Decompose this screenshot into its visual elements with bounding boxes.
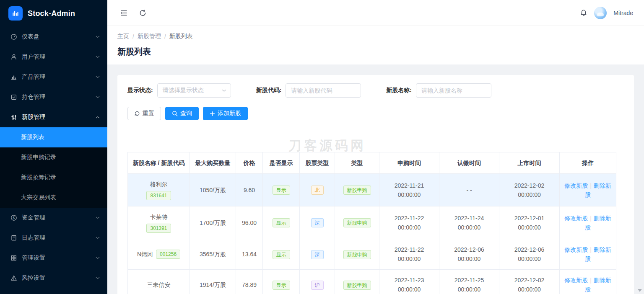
table-row[interactable]: 格利尔831641 1050/万股 9.60 显示 北 新股申购 2022-11… xyxy=(128,174,616,206)
link-divider: | xyxy=(590,246,592,253)
chevron-up-icon xyxy=(96,116,100,119)
plus-icon xyxy=(210,111,215,116)
search-button[interactable]: 查询 xyxy=(165,107,199,120)
content-card: 显示状态: 请选择显示状态 新股代码: 新股名称: xyxy=(117,75,634,294)
sidebar-subitem-block-trade-list[interactable]: 大宗交易列表 xyxy=(0,188,107,208)
grid-icon xyxy=(10,255,18,261)
edit-stock-link[interactable]: 修改新股 xyxy=(564,277,588,284)
submenu-item-label: 新股申购记录 xyxy=(21,154,56,161)
new-stock-submenu: 新股列表 新股申购记录 新股抢筹记录 大宗交易列表 xyxy=(0,127,107,208)
document-icon xyxy=(10,235,18,241)
stock-code-badge: 831641 xyxy=(146,191,171,200)
username[interactable]: Mitrade xyxy=(613,10,633,16)
stock-name-label: 新股名称: xyxy=(386,87,412,94)
stock-name: 格利尔 xyxy=(150,180,168,189)
refresh-icon[interactable] xyxy=(139,9,147,17)
market-badge: 沪 xyxy=(311,281,324,290)
sidebar-item-funds[interactable]: $ 资金管理 xyxy=(0,208,107,228)
user-avatar[interactable] xyxy=(594,7,607,19)
page-title: 新股列表 xyxy=(117,46,634,57)
status-select-placeholder: 请选择显示状态 xyxy=(163,87,204,94)
content-area: 显示状态: 请选择显示状态 新股代码: 新股名称: xyxy=(107,64,644,294)
stock-name: 三未信安 xyxy=(147,280,171,289)
search-button-label: 查询 xyxy=(180,110,192,117)
link-divider: | xyxy=(590,277,592,284)
breadcrumb-section[interactable]: 新股管理 xyxy=(138,33,161,40)
stock-name-input[interactable] xyxy=(416,83,491,98)
stock-code-badge: 001256 xyxy=(156,250,180,259)
sidebar-item-risk-settings[interactable]: 风控设置 xyxy=(0,268,107,288)
delete-stock-link[interactable]: 删除新股 xyxy=(585,246,611,262)
col-header-list-time: 上市时间 xyxy=(499,152,560,174)
sidebar-item-new-stock[interactable]: 新股管理 xyxy=(0,107,107,127)
delete-stock-link[interactable]: 删除新股 xyxy=(585,277,611,293)
users-icon xyxy=(10,54,18,60)
delete-stock-link[interactable]: 删除新股 xyxy=(585,215,611,231)
sidebar-subitem-grab-records[interactable]: 新股抢筹记录 xyxy=(0,168,107,188)
chevron-down-icon xyxy=(96,96,100,98)
market-badge: 深 xyxy=(311,218,324,227)
app-title: Stock-Admin xyxy=(28,9,75,18)
link-divider: | xyxy=(590,182,592,189)
breadcrumb-home[interactable]: 主页 xyxy=(117,33,129,40)
table-row[interactable]: N炜冈001256 3565/万股 13.64 显示 深 新股申购 2022-1… xyxy=(128,239,616,270)
sidebar-subitem-new-stock-list[interactable]: 新股列表 xyxy=(0,127,107,147)
display-badge: 显示 xyxy=(273,281,290,290)
sidebar-item-logs[interactable]: 日志管理 xyxy=(0,228,107,248)
table-row[interactable]: 卡莱特301391 1700/万股 96.00 显示 深 新股申购 2022-1… xyxy=(128,206,616,239)
chevron-down-icon xyxy=(96,257,100,259)
sidebar: Stock-Admin 仪表盘 用户管理 产品管理 持仓管理 xyxy=(0,0,107,294)
display-badge: 显示 xyxy=(273,250,290,259)
chevron-down-icon xyxy=(96,76,100,78)
edit-stock-link[interactable]: 修改新股 xyxy=(564,215,588,222)
chevron-down-icon xyxy=(222,89,226,92)
subscribe-time-cell: 2022-11-21 00:00:00 xyxy=(379,174,439,206)
status-select[interactable]: 请选择显示状态 xyxy=(157,83,231,98)
delete-stock-link[interactable]: 删除新股 xyxy=(585,182,611,198)
reset-button-label: 重置 xyxy=(143,110,154,117)
price-cell: 13.64 xyxy=(236,239,263,270)
add-stock-button-label: 添加新股 xyxy=(218,110,241,117)
add-stock-button[interactable]: 添加新股 xyxy=(203,107,248,120)
table-row[interactable]: 三未信安 1914/万股 78.89 显示 沪 新股申购 2022-11-23 … xyxy=(128,270,616,294)
sidebar-subitem-subscription-records[interactable]: 新股申购记录 xyxy=(0,147,107,168)
sidebar-item-positions[interactable]: 持仓管理 xyxy=(0,87,107,107)
box-check-icon xyxy=(10,94,18,101)
submenu-item-label: 大宗交易列表 xyxy=(21,194,56,201)
list-time-cell: 2022-12-06 00:00:00 xyxy=(499,239,560,270)
page-header: 主页 / 新股管理 / 新股列表 新股列表 xyxy=(107,26,644,64)
col-header-actions: 操作 xyxy=(560,152,616,174)
max-buy-cell: 1914/万股 xyxy=(190,270,236,294)
payment-time-cell: 2022-11-24 00:00:00 xyxy=(439,206,499,239)
max-buy-cell: 1050/万股 xyxy=(190,174,236,206)
sidebar-item-admin-settings[interactable]: 管理设置 xyxy=(0,248,107,268)
display-badge: 显示 xyxy=(273,218,290,227)
collapse-sidebar-icon[interactable] xyxy=(120,9,128,17)
chevron-down-icon xyxy=(96,237,100,239)
list-time-cell: 2022-12-02 00:00:00 xyxy=(499,270,560,294)
breadcrumb-separator: / xyxy=(132,33,134,40)
type-badge: 新股申购 xyxy=(343,250,371,259)
sidebar-item-dashboard[interactable]: 仪表盘 xyxy=(0,27,107,47)
col-header-display: 是否显示 xyxy=(263,152,300,174)
notification-bell-icon[interactable] xyxy=(580,9,587,17)
sidebar-item-products[interactable]: 产品管理 xyxy=(0,67,107,87)
sidebar-item-label: 新股管理 xyxy=(22,113,96,121)
payment-time-cell: 2022-11-25 00:00:00 xyxy=(439,270,499,294)
sidebar-item-label: 持仓管理 xyxy=(22,93,96,101)
breadcrumb: 主页 / 新股管理 / 新股列表 xyxy=(117,33,634,40)
edit-stock-link[interactable]: 修改新股 xyxy=(564,246,588,253)
edit-stock-link[interactable]: 修改新股 xyxy=(564,182,588,189)
market-badge: 深 xyxy=(311,250,324,259)
svg-text:$: $ xyxy=(13,216,15,220)
col-header-subscribe-time: 申购时间 xyxy=(379,152,439,174)
bar-chart-icon xyxy=(10,74,18,80)
stock-name: N炜冈 xyxy=(137,250,153,259)
stock-code-input[interactable] xyxy=(286,83,361,98)
reset-button[interactable]: 重置 xyxy=(127,107,161,120)
sidebar-item-users[interactable]: 用户管理 xyxy=(0,47,107,67)
sidebar-menu: 仪表盘 用户管理 产品管理 持仓管理 新股管理 xyxy=(0,27,107,288)
scrollbar-down-arrow[interactable] xyxy=(638,289,642,292)
filter-bar: 显示状态: 请选择显示状态 新股代码: 新股名称: xyxy=(127,83,624,98)
type-badge: 新股申购 xyxy=(343,218,371,227)
